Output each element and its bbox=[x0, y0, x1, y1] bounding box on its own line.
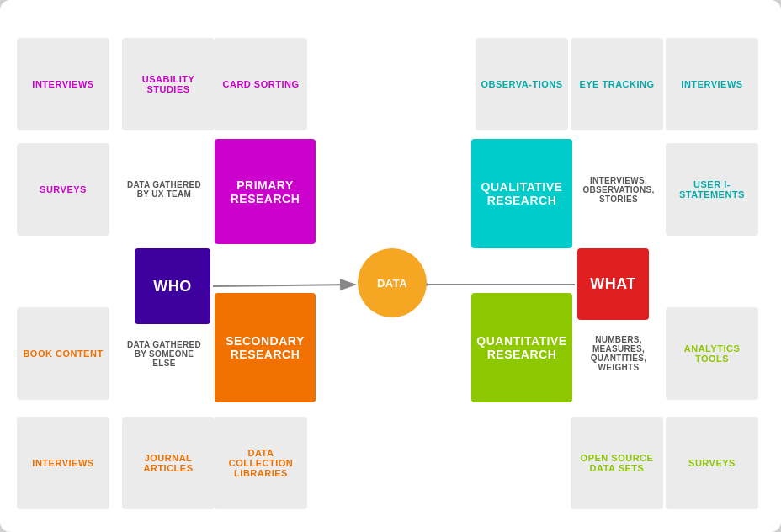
analytics-tools: ANALYTICS TOOLS bbox=[666, 307, 758, 400]
usability-studies-label: USABILITY STUDIES bbox=[122, 74, 215, 94]
journal-articles: JOURNAL ARTICLES bbox=[122, 417, 215, 509]
data-circle: DATA bbox=[358, 248, 427, 317]
interviews-obs-stories-label: INTERVIEWS, OBSERVATIONS, STORIES bbox=[576, 143, 661, 236]
user-i-statements-label: USER I-STATEMENTS bbox=[666, 179, 758, 200]
what-label: WHAT bbox=[590, 275, 636, 293]
data-gathered-someone-text: DATA GATHERED BY SOMEONE ELSE bbox=[125, 340, 203, 368]
journal-articles-label: JOURNAL ARTICLES bbox=[122, 453, 215, 473]
data-gathered-someone-label: DATA GATHERED BY SOMEONE ELSE bbox=[122, 307, 206, 400]
quantitative-research: QUANTITATIVE RESEARCH bbox=[471, 293, 572, 402]
eye-tracking: EYE TRACKING bbox=[571, 38, 663, 130]
observations-label: OBSERVA-TIONS bbox=[481, 79, 562, 89]
card-sorting-label: CARD SORTING bbox=[223, 79, 300, 89]
qualitative-research-label: QUALITATIVE RESEARCH bbox=[471, 180, 572, 207]
svg-line-2 bbox=[213, 285, 355, 286]
interviews-top-left-label: INTERVIEWS bbox=[32, 79, 93, 89]
data-collection-libraries: DATA COLLECTION LIBRARIES bbox=[215, 417, 307, 509]
data-gathered-ux-label: DATA GATHERED BY UX TEAM bbox=[122, 143, 206, 236]
numbers-measures-label: NUMBERS, MEASURES, QUANTITIES, WEIGHTS bbox=[576, 307, 661, 400]
card-sorting: CARD SORTING bbox=[215, 38, 307, 130]
usability-studies: USABILITY STUDIES bbox=[122, 38, 215, 130]
observations: OBSERVA-TIONS bbox=[476, 38, 568, 130]
interviews-obs-stories-text: INTERVIEWS, OBSERVATIONS, STORIES bbox=[580, 176, 657, 204]
diagram: INTERVIEWS USABILITY STUDIES CARD SORTIN… bbox=[0, 0, 781, 532]
data-label: DATA bbox=[377, 277, 407, 290]
secondary-research: SECONDARY RESEARCH bbox=[215, 293, 316, 402]
surveys-bottom-right: SURVEYS bbox=[666, 417, 758, 509]
data-collection-libraries-label: DATA COLLECTION LIBRARIES bbox=[215, 448, 307, 478]
interviews-bottom-left: INTERVIEWS bbox=[17, 417, 109, 509]
open-source-data-sets-label: OPEN SOURCE DATA SETS bbox=[571, 453, 663, 473]
surveys-label: SURVEYS bbox=[40, 184, 87, 194]
analytics-tools-label: ANALYTICS TOOLS bbox=[666, 343, 758, 364]
book-content-label: BOOK CONTENT bbox=[23, 348, 103, 359]
open-source-data-sets: OPEN SOURCE DATA SETS bbox=[571, 417, 663, 509]
surveys: SURVEYS bbox=[17, 143, 109, 236]
interviews-top-left: INTERVIEWS bbox=[17, 38, 109, 130]
secondary-research-label: SECONDARY RESEARCH bbox=[215, 334, 316, 361]
primary-research: PRIMARY RESEARCH bbox=[215, 139, 316, 244]
user-i-statements: USER I-STATEMENTS bbox=[666, 143, 758, 236]
primary-research-label: PRIMARY RESEARCH bbox=[215, 178, 316, 205]
numbers-measures-text: NUMBERS, MEASURES, QUANTITIES, WEIGHTS bbox=[580, 335, 657, 372]
eye-tracking-label: EYE TRACKING bbox=[579, 79, 654, 89]
interviews-top-right: INTERVIEWS bbox=[666, 38, 758, 130]
surveys-bottom-right-label: SURVEYS bbox=[688, 458, 736, 468]
book-content: BOOK CONTENT bbox=[17, 307, 109, 400]
interviews-bottom-left-label: INTERVIEWS bbox=[32, 458, 93, 468]
quantitative-research-label: QUANTITATIVE RESEARCH bbox=[471, 334, 572, 361]
who-label: WHO bbox=[153, 278, 192, 295]
interviews-top-right-label: INTERVIEWS bbox=[681, 79, 742, 89]
main-canvas: INTERVIEWS USABILITY STUDIES CARD SORTIN… bbox=[0, 0, 781, 532]
qualitative-research: QUALITATIVE RESEARCH bbox=[471, 139, 572, 248]
data-gathered-ux-text: DATA GATHERED BY UX TEAM bbox=[125, 180, 203, 199]
